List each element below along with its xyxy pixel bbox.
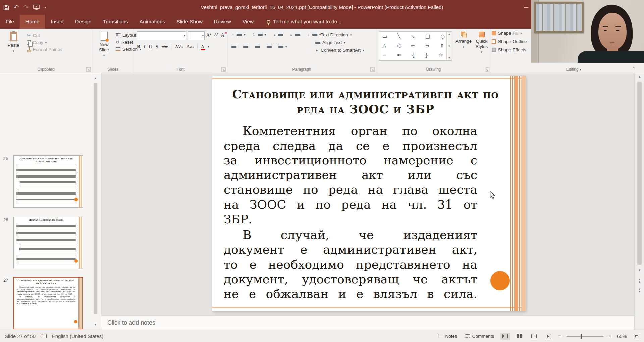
layout-icon: [116, 33, 120, 37]
thumbnail-scrollbar[interactable]: ▲ ▼: [93, 76, 98, 327]
new-slide-button[interactable]: New Slide▾: [94, 32, 114, 58]
minimize-button[interactable]: [524, 7, 528, 8]
slide-body-text[interactable]: Компетентния орган по околна среда следв…: [224, 124, 477, 301]
zoom-out-button[interactable]: −: [558, 333, 561, 339]
indent-right-icon: ▸: [290, 33, 293, 37]
tell-me-box[interactable]: Tell me what you want to do...: [267, 15, 341, 29]
slide-show-button[interactable]: [544, 333, 553, 340]
thumb-theme-dot: [74, 259, 78, 263]
slide-title[interactable]: Становище или административен акт по ред…: [226, 87, 505, 117]
bullet-icon: •: [231, 33, 235, 37]
tab-slide-show[interactable]: Slide Show: [171, 15, 208, 29]
slide-thumbnail-25[interactable]: Действащ подробен устройствен план или п…: [13, 155, 83, 208]
eraser-icon: [225, 32, 227, 34]
increase-indent-button[interactable]: ▸: [288, 32, 302, 38]
slide-paragraph-2[interactable]: В случай, че издаденият документ е админ…: [224, 228, 477, 301]
collapse-ribbon-button[interactable]: ^: [633, 66, 635, 71]
notes-pane[interactable]: Click to add notes: [101, 315, 634, 330]
change-case-dropdown-arrow: ▾: [192, 46, 194, 49]
shapes-more-icon[interactable]: ▼: [448, 56, 451, 59]
change-case-button[interactable]: Aa▾: [186, 44, 194, 50]
tab-review[interactable]: Review: [208, 15, 237, 29]
comments-toggle-button[interactable]: Comments: [464, 333, 495, 340]
font-name-dropdown-arrow: ▾: [184, 34, 185, 37]
status-bar: Slide 27 of 50 English (United States) N…: [0, 330, 644, 342]
slide-thumbnail-27-selected[interactable]: Становище или административен акт по ред…: [13, 277, 83, 329]
align-left-button[interactable]: [230, 44, 238, 50]
format-painter-button[interactable]: Format Painter: [25, 46, 64, 53]
align-right-button[interactable]: [254, 44, 261, 50]
spell-check-icon[interactable]: [41, 334, 47, 338]
scroll-up-icon[interactable]: ▲: [635, 75, 644, 78]
language-indicator[interactable]: English (United States): [52, 333, 103, 339]
shapes-gallery-scrollbar[interactable]: ▲ ▼ ▼: [446, 32, 452, 60]
numbering-button[interactable]: 1▾: [251, 32, 268, 38]
zoom-level[interactable]: 65%: [617, 333, 627, 339]
tab-animations[interactable]: Animations: [134, 15, 171, 29]
font-color-button[interactable]: A: [201, 44, 205, 50]
shapes-scroll-up-icon[interactable]: ▲: [448, 33, 451, 36]
tab-home[interactable]: Home: [20, 15, 45, 29]
notes-toggle-button[interactable]: Notes: [437, 333, 459, 340]
text-direction-icon: ↕: [315, 33, 319, 37]
tab-insert[interactable]: Insert: [45, 15, 69, 29]
clear-formatting-button[interactable]: A: [221, 32, 227, 38]
slide-paragraph-1[interactable]: Компетентния орган по околна среда следв…: [224, 124, 477, 227]
align-center-button[interactable]: [242, 44, 250, 50]
tab-file[interactable]: File: [0, 15, 20, 29]
font-size-combobox[interactable]: ▾: [188, 31, 205, 40]
previous-slide-button[interactable]: ▲▲: [635, 278, 644, 283]
slide-editing-canvas[interactable]: Становище или административен акт по ред…: [101, 73, 634, 315]
thumb-25-text-lines: [16, 165, 76, 180]
webcam-picture-frame: [534, 2, 584, 33]
decrease-indent-button[interactable]: ◂: [271, 32, 284, 38]
normal-view-button[interactable]: [500, 333, 510, 340]
decrease-font-size-button[interactable]: A▾: [214, 32, 218, 37]
paste-button[interactable]: Paste▾: [3, 32, 23, 53]
italic-button[interactable]: I: [144, 44, 145, 50]
zoom-slider[interactable]: [567, 336, 603, 337]
copy-button[interactable]: Copy ▾: [25, 39, 64, 46]
shapes-gallery[interactable]: ▭ ╲ ↘ □ ○ ▣ △ ◁ ⇐ ⇒ ⇑ ⇓ ∼ ≈ { } ☆ ▱ ▲ ▼ …: [379, 31, 452, 61]
main-scrollbar[interactable]: ▲ ▼ ▲▲ ▼▼: [634, 73, 644, 330]
bold-button[interactable]: B: [137, 44, 140, 50]
next-slide-button[interactable]: ▼▼: [635, 288, 644, 293]
thumbnail-scrollbar-thumb[interactable]: [94, 83, 97, 314]
webcam-person-eye: [604, 30, 607, 31]
shape-fill-label: Shape Fill: [498, 31, 518, 36]
bullets-button[interactable]: •▾: [230, 32, 247, 38]
slide-thumbnail-26[interactable]: Доклад за оценка на имота: [13, 217, 83, 269]
zoom-slider-thumb[interactable]: [581, 334, 582, 339]
font-name-combobox[interactable]: ▾: [137, 31, 186, 40]
reading-view-button[interactable]: [529, 333, 539, 340]
columns-dropdown-arrow: ▾: [285, 45, 287, 48]
strikethrough-button[interactable]: abc: [162, 44, 168, 49]
tab-design[interactable]: Design: [69, 15, 97, 29]
columns-button[interactable]: ▾: [277, 44, 288, 50]
align-text-button[interactable]: Align Text ▾: [314, 39, 366, 46]
notes-placeholder[interactable]: Click to add notes: [107, 319, 155, 326]
text-direction-button[interactable]: ↕Text Direction ▾: [314, 31, 366, 39]
shapes-scroll-down-icon[interactable]: ▼: [448, 45, 451, 48]
slide-sorter-view-button[interactable]: [515, 333, 524, 339]
character-spacing-button[interactable]: AV▾: [175, 44, 183, 50]
justify-button[interactable]: [265, 44, 273, 50]
increase-font-size-button[interactable]: A▴: [206, 32, 211, 38]
editing-group-label: Editing ▾: [543, 67, 604, 72]
thumbnail-scroll-up-icon[interactable]: ▲: [93, 76, 98, 80]
cut-button[interactable]: ✂Cut: [25, 32, 64, 39]
arrange-button[interactable]: Arrange▾: [455, 32, 472, 49]
quick-styles-button[interactable]: Quick Styles▾: [474, 32, 490, 54]
fit-to-window-button[interactable]: [632, 333, 641, 340]
thumbnail-scroll-down-icon[interactable]: ▼: [93, 323, 98, 326]
tab-transitions[interactable]: Transitions: [97, 15, 133, 29]
reset-label: Reset: [121, 40, 133, 45]
text-shadow-button[interactable]: S: [156, 44, 158, 50]
scroll-down-icon[interactable]: ▼: [635, 268, 644, 272]
tab-view[interactable]: View: [237, 15, 259, 29]
slide-27-main[interactable]: Становище или административен акт по ред…: [212, 76, 526, 311]
underline-button[interactable]: U: [149, 44, 152, 50]
zoom-in-button[interactable]: +: [608, 333, 612, 339]
convert-to-smartart-button[interactable]: ▸Convert to SmartArt ▾: [314, 46, 366, 54]
main-scrollbar-thumb[interactable]: [637, 82, 642, 265]
